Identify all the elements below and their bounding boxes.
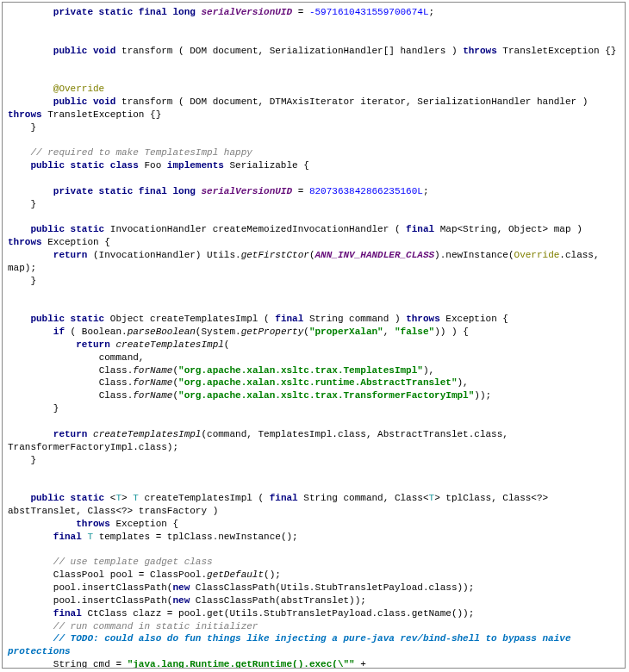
- annotation: @Override: [53, 84, 104, 94]
- comment: // required to make TemplatesImpl happy: [8, 147, 252, 158]
- code-panel: private static final long serialVersionU…: [2, 2, 626, 669]
- num: -5971610431559700674L: [309, 7, 429, 17]
- code-block: private static final long serialVersionU…: [8, 6, 620, 669]
- todo-comment: // TODO: could also do fun things like i…: [8, 633, 576, 656]
- field: serialVersionUID: [201, 7, 292, 17]
- kw: private static final long: [53, 7, 196, 17]
